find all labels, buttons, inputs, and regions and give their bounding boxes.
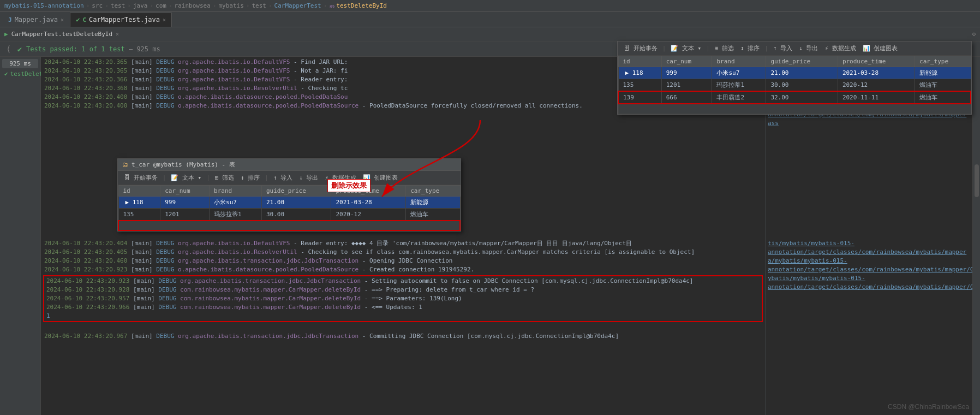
col-brand-lower[interactable]: brand [210, 186, 262, 197]
tab-carmappertest-close[interactable]: × [163, 17, 166, 23]
table-row[interactable]: 135 1201 玛莎拉蒂1 30.00 2020-12 燃油车 [618, 79, 971, 92]
cell-brand: 玛莎拉蒂1 [712, 79, 766, 92]
log-line: 2024-06-10 22:43:20.404 [main] DEBUG org… [43, 239, 763, 248]
cell-id: ▶ 118 [618, 67, 661, 79]
log-line [43, 137, 763, 145]
toolbar-sort-upper[interactable]: ↕ 排序 [739, 44, 761, 53]
toolbar-transaction-lower[interactable]: 🗄 开始事务 [122, 173, 159, 182]
table-row[interactable]: ▶ 118 999 小米su7 21.00 2021-03-28 新能源 [618, 67, 971, 79]
toolbar-import-lower[interactable]: ↑ 导入 [272, 173, 294, 182]
red-box-log: 2024-06-10 22:43:20.923 [main] DEBUG org… [43, 275, 763, 322]
breadcrumb-src: src [92, 2, 103, 9]
col-brand-upper[interactable]: brand [712, 56, 766, 67]
table-row[interactable]: 135 1201 玛莎拉蒂1 30.00 2020-12 燃油车 [118, 209, 460, 221]
toolbar-filter-upper[interactable]: ⊞ 筛选 [713, 44, 736, 53]
db-table-lower: id car_num brand guide_price produce_tim… [118, 185, 461, 231]
table-row[interactable]: ▶ 118 999 小米su7 21.00 2021-03-28 新能源 [118, 197, 460, 209]
gear-icon[interactable]: ⚙ [972, 31, 976, 38]
cell-guideprice: 32.00 [766, 91, 838, 104]
test-class-icon: C [82, 16, 86, 23]
breadcrumb-method: testDeleteById [336, 2, 387, 9]
test-status-text: Tests passed: 1 of 1 test – 925 ms [26, 45, 160, 53]
col-carnum-upper[interactable]: car_num [661, 56, 712, 67]
cell-guideprice: 21.00 [766, 67, 838, 79]
log-line: 1 [45, 312, 761, 321]
annotation-label: 删除示效果 [327, 179, 371, 192]
col-guideprice-upper[interactable]: guide_price [766, 56, 838, 67]
toolbar-datagen-upper[interactable]: ⚡ 数据生成 [823, 44, 857, 53]
col-guideprice-lower[interactable]: guide_price [261, 186, 331, 197]
tab-bar: J Mapper.java × ✔ C CarMapperTest.java × [0, 12, 980, 27]
toolbar-filter-lower[interactable]: ⊞ 筛选 [213, 173, 236, 182]
toolbar-text-lower[interactable]: 📝 文本 ▾ [169, 173, 203, 182]
test-icon: ✔ [76, 16, 80, 23]
db-table-wrap-lower: id car_num brand guide_price produce_tim… [118, 185, 461, 231]
toolbar-text-upper[interactable]: 📝 文本 ▾ [669, 44, 703, 53]
breadcrumb-mybatis: mybatis [218, 2, 243, 9]
breadcrumb-test: test [111, 2, 126, 9]
test-pass-icon: ✔ [4, 70, 8, 78]
log-line: 2024-06-10 22:43:20.957 [main] DEBUG com… [45, 294, 761, 303]
scrollbar[interactable] [972, 57, 980, 415]
col-carnum-lower[interactable]: car_num [160, 186, 210, 197]
status-pass-label: Tests passed: 1 of 1 test [26, 45, 125, 53]
cell-producetime: 2020-11-11 [838, 91, 915, 104]
breadcrumb-test2: test [252, 2, 266, 9]
cell-guideprice: 30.00 [766, 79, 838, 92]
tab-carmappertest-label: CarMapperTest.java [89, 16, 160, 23]
table-icon: 🗂 [122, 161, 128, 168]
cell-carnum: 1201 [160, 209, 210, 221]
cell-cartype: 新能源 [406, 197, 460, 209]
breadcrumb-class[interactable]: CarMapperTest [274, 2, 321, 9]
run-close-icon[interactable]: × [116, 31, 119, 37]
run-title: CarMapperTest.testDeleteById [11, 31, 112, 38]
log-line: 2024-06-10 22:43:20.928 [main] DEBUG com… [45, 286, 761, 294]
log-line [43, 119, 763, 128]
run-bar: ▶ CarMapperTest.testDeleteById × ⚙ [0, 27, 980, 42]
cell-brand: 小米su7 [712, 67, 766, 79]
breadcrumb-bar: mybatis-015-annotation › src › test › ja… [0, 0, 980, 12]
log-line: 2024-06-10 22:43:20.923 [main] DEBUG o.a… [43, 265, 763, 274]
cell-carnum: 666 [661, 91, 712, 104]
col-cartype-lower[interactable]: car_type [406, 186, 460, 197]
col-producetime-upper[interactable]: produce_time [838, 56, 915, 67]
run-bar-left: ▶ CarMapperTest.testDeleteById × [4, 31, 119, 38]
link-line[interactable]: ass [768, 119, 970, 128]
link-line[interactable]: ybatis/mybatis/mybatis-015-annotation/ta… [768, 274, 970, 292]
cell-producetime: 2021-03-28 [331, 197, 406, 209]
log-line [43, 145, 763, 154]
breadcrumb-java: java [133, 2, 148, 9]
time-badge: 925 ms [2, 59, 38, 68]
cell-cartype: 燃油车 [406, 209, 460, 221]
toolbar-transaction-upper[interactable]: 🗄 开始事务 [622, 44, 659, 53]
table-row-empty [118, 221, 460, 230]
col-id-upper[interactable]: id [618, 56, 661, 67]
table-row-empty [618, 104, 971, 114]
col-id-lower[interactable]: id [118, 186, 160, 197]
nav-prev-button[interactable]: ⟨ [4, 44, 13, 54]
test-item[interactable]: ✔ testDeleteById [2, 69, 38, 79]
tab-mapper-close[interactable]: × [61, 17, 64, 23]
cell-guideprice: 30.00 [261, 209, 331, 221]
table-row-deleted[interactable]: 139 666 丰田霸道2 32.00 2020-11-11 燃油车 [618, 91, 971, 104]
toolbar-export-lower[interactable]: ↓ 导出 [297, 173, 320, 182]
cell-cartype: 燃油车 [915, 91, 971, 104]
log-line: 2024-06-10 22:43:20.405 [main] DEBUG org… [43, 248, 763, 257]
toolbar-import-upper[interactable]: ↑ 导入 [772, 44, 794, 53]
cell-brand: 玛莎拉蒂1 [210, 209, 262, 221]
cell-carnum: 999 [661, 67, 712, 79]
cell-id: 135 [118, 209, 160, 221]
link-line[interactable]: a/mybatis/mybatis-015-annotation/target/… [768, 257, 970, 274]
link-line[interactable]: tis/mybatis/mybatis-015-annotation/targe… [768, 239, 970, 257]
log-line [43, 323, 763, 332]
cell-id: ▶ 118 [118, 197, 160, 209]
cell-brand: 丰田霸道2 [712, 91, 766, 104]
col-cartype-upper[interactable]: car_type [915, 56, 971, 67]
tab-mapper[interactable]: J Mapper.java × [2, 13, 70, 27]
status-time: – 925 ms [129, 45, 160, 53]
tab-carmappertest[interactable]: ✔ C CarMapperTest.java × [70, 13, 172, 27]
toolbar-export-upper[interactable]: ↓ 导出 [797, 44, 820, 53]
toolbar-sort-lower[interactable]: ↕ 排序 [239, 173, 261, 182]
run-icon: ▶ [4, 31, 8, 38]
toolbar-chart-upper[interactable]: 📊 创建图表 [861, 44, 900, 53]
